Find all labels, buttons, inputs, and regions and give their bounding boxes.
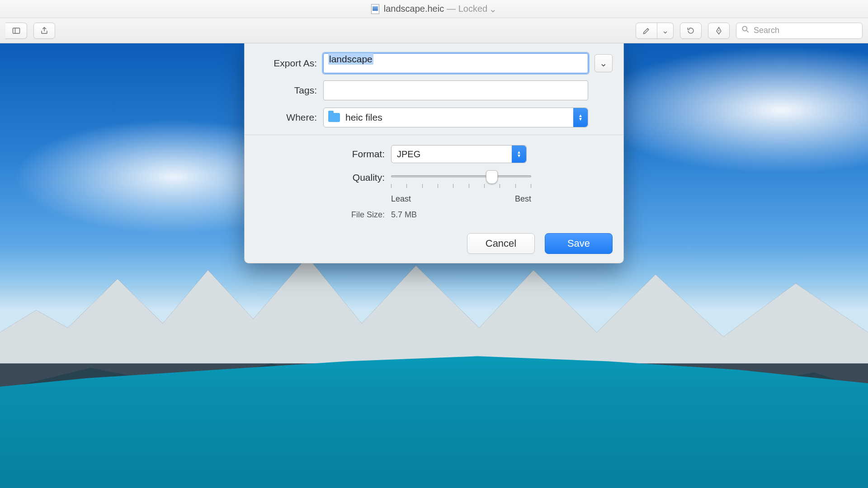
pencil-icon bbox=[642, 26, 651, 35]
document-filename[interactable]: landscape.heic bbox=[384, 4, 444, 14]
chevron-down-icon: ⌄ bbox=[599, 58, 608, 69]
sidebar-toggle-button[interactable] bbox=[5, 23, 27, 39]
where-stepper[interactable]: ▲ ▼ bbox=[573, 108, 588, 127]
export-dialog: Export As: landscape ⌄ Tags: Where: heic… bbox=[244, 43, 624, 263]
edit-button[interactable] bbox=[708, 23, 730, 39]
pen-tip-icon bbox=[714, 26, 723, 35]
where-value: heic files bbox=[345, 112, 382, 123]
slider-thumb[interactable] bbox=[486, 170, 498, 184]
image-canvas: Export As: landscape ⌄ Tags: Where: heic… bbox=[0, 43, 868, 488]
share-icon bbox=[40, 26, 49, 35]
slider-track bbox=[391, 175, 531, 178]
rotate-button[interactable] bbox=[680, 23, 702, 39]
markup-button[interactable] bbox=[636, 23, 657, 39]
export-as-label: Export As: bbox=[255, 58, 323, 69]
folder-icon bbox=[328, 113, 340, 122]
chevron-down-icon[interactable]: ⌄ bbox=[489, 4, 497, 14]
tags-input[interactable] bbox=[323, 80, 588, 100]
filesize-value: 5.7 MB bbox=[391, 210, 417, 220]
format-select[interactable]: JPEG ▲ ▼ bbox=[391, 145, 527, 163]
markup-dropdown-button[interactable]: ⌄ bbox=[657, 23, 674, 39]
format-label: Format: bbox=[255, 149, 391, 160]
svg-rect-0 bbox=[13, 28, 19, 33]
quality-least-label: Least bbox=[391, 194, 411, 204]
svg-line-4 bbox=[747, 31, 749, 33]
markup-button-group: ⌄ bbox=[636, 23, 674, 39]
tags-label: Tags: bbox=[255, 85, 323, 96]
divider bbox=[245, 135, 623, 135]
format-stepper[interactable]: ▲ ▼ bbox=[512, 145, 526, 163]
document-locked-status[interactable]: — Locked bbox=[447, 4, 487, 14]
format-value: JPEG bbox=[397, 149, 420, 160]
export-as-input[interactable]: landscape bbox=[323, 53, 588, 73]
save-button-label: Save bbox=[567, 238, 590, 249]
panel-icon bbox=[12, 26, 21, 35]
quality-label: Quality: bbox=[255, 171, 391, 183]
cancel-button-label: Cancel bbox=[486, 238, 516, 249]
chevron-down-icon: ▼ bbox=[578, 117, 583, 121]
document-icon bbox=[371, 4, 379, 14]
search-icon bbox=[741, 25, 750, 36]
svg-point-3 bbox=[742, 26, 747, 31]
share-button[interactable] bbox=[33, 23, 55, 39]
where-label: Where: bbox=[255, 112, 323, 123]
where-select[interactable]: heic files ▲ ▼ bbox=[323, 108, 588, 127]
expand-save-panel-button[interactable]: ⌄ bbox=[594, 54, 613, 72]
window-titlebar: landscape.heic — Locked ⌄ bbox=[0, 0, 868, 18]
chevron-down-icon: ⌄ bbox=[662, 26, 669, 36]
rotate-icon bbox=[686, 26, 695, 35]
save-button[interactable]: Save bbox=[545, 233, 613, 254]
chevron-down-icon: ▼ bbox=[517, 154, 521, 158]
svg-point-2 bbox=[718, 30, 720, 31]
slider-ticks bbox=[391, 184, 531, 188]
search-field[interactable]: Search bbox=[736, 23, 863, 39]
search-placeholder: Search bbox=[754, 26, 779, 35]
filesize-label: File Size: bbox=[255, 210, 391, 220]
export-as-value: landscape bbox=[328, 53, 373, 65]
quality-slider[interactable] bbox=[391, 171, 531, 181]
quality-best-label: Best bbox=[515, 194, 531, 204]
toolbar: ⌄ Search bbox=[0, 18, 868, 43]
cancel-button[interactable]: Cancel bbox=[467, 233, 535, 254]
